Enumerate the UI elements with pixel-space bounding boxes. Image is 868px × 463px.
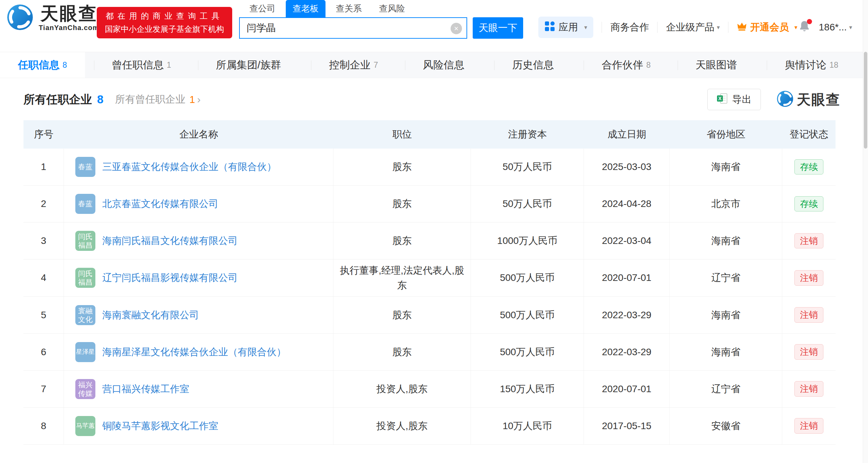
- table-row: 2 春蓝 北京春蓝文化传媒有限公司 股东 50万人民币 2024-04-28 北…: [23, 186, 836, 223]
- anchor-tab[interactable]: 风险信息: [405, 52, 485, 78]
- row-index-cell: 8: [23, 408, 64, 444]
- search-button[interactable]: 天眼一下: [473, 17, 523, 39]
- row-index: 3: [41, 235, 46, 246]
- anchor-tab[interactable]: 天眼图谱: [678, 52, 758, 78]
- anchor-tab[interactable]: 合作伙伴 8: [584, 52, 669, 78]
- row-index: 6: [41, 347, 46, 358]
- chevron-right-icon: ›: [197, 94, 201, 105]
- tianyancha-logo[interactable]: 天眼查 TianYanCha.com: [7, 4, 99, 32]
- anchor-tab[interactable]: 所属集团/族群: [198, 52, 302, 78]
- table-row: 4 闫氏 福昌 辽宁闫氏福昌影视传媒有限公司 执行董事,经理,法定代表人,股东 …: [23, 259, 836, 297]
- company-link[interactable]: 海南星泽星文化传媒合伙企业（有限合伙）: [102, 346, 286, 359]
- logo-subtitle: TianYanCha.com: [39, 24, 99, 32]
- export-button[interactable]: X 导出: [707, 89, 761, 110]
- anchor-tab-label: 天眼图谱: [696, 58, 737, 72]
- caret-down-icon: ▾: [584, 24, 587, 31]
- table-body: 1 春蓝 三亚春蓝文化传媒合伙企业（有限合伙） 股东 50万人民币 2025-0…: [23, 149, 836, 445]
- company-link[interactable]: 海南闫氏福昌文化传媒有限公司: [102, 234, 238, 247]
- anchor-tab-label: 舆情讨论: [785, 58, 826, 72]
- company-link[interactable]: 三亚春蓝文化传媒合伙企业（有限合伙）: [102, 160, 276, 173]
- apps-label: 应用: [559, 21, 578, 34]
- vip-upgrade-button[interactable]: 开通会员 ▾: [737, 21, 798, 34]
- province-cell: 海南省: [670, 297, 782, 333]
- company-link[interactable]: 辽宁闫氏福昌影视传媒有限公司: [102, 271, 238, 284]
- table-header-row: 序号 企业名称 职位 注册资本 成立日期 省份地区 登记状态: [23, 120, 836, 149]
- row-index-cell: 2: [23, 186, 64, 222]
- status-badge: 注销: [794, 418, 823, 434]
- former-companies-link[interactable]: 所有曾任职企业 1 ›: [115, 93, 200, 106]
- status-cell: 存续: [782, 186, 836, 222]
- company-logo: 马芊蕙: [75, 416, 95, 436]
- search-type-tab[interactable]: 查公司: [243, 0, 282, 17]
- establish-date-cell: 2020-07-01: [584, 259, 670, 296]
- search-input[interactable]: [240, 18, 466, 38]
- establish-date-cell: 2020-07-01: [584, 371, 670, 407]
- row-index-cell: 4: [23, 259, 64, 296]
- section-count: 8: [97, 93, 103, 106]
- registered-capital-cell: 10万人民币: [471, 408, 584, 444]
- row-index: 7: [41, 384, 46, 395]
- position-cell: 投资人,股东: [333, 371, 471, 407]
- nav-business-cooperation[interactable]: 商务合作: [610, 21, 649, 34]
- search-box: ×: [239, 17, 467, 39]
- establish-date-cell: 2022-03-29: [584, 297, 670, 333]
- province-cell: 辽宁省: [670, 259, 782, 296]
- position-cell: 股东: [333, 334, 471, 370]
- anchor-tab-count: 18: [829, 60, 838, 70]
- account-menu[interactable]: 186*... ▾: [819, 22, 852, 33]
- anchor-tab[interactable]: 任职信息 8: [0, 52, 85, 78]
- search-type-tabs: 查公司查老板查关系查风险: [243, 2, 523, 17]
- anchor-tab-count: 8: [63, 60, 67, 70]
- scrollbar-thumb[interactable]: [864, 52, 867, 149]
- row-index: 5: [41, 310, 46, 321]
- section-header: 所有任职企业 8 所有曾任职企业 1 › X 导出: [23, 88, 836, 111]
- anchor-tab[interactable]: 历史信息: [494, 52, 575, 78]
- company-link[interactable]: 海南寰融文化有限公司: [102, 309, 199, 322]
- anchor-tab-label: 风险信息: [423, 58, 464, 72]
- search-type-tab[interactable]: 查老板: [286, 0, 326, 17]
- province-cell: 海南省: [670, 223, 782, 259]
- status-cell: 注销: [782, 223, 836, 259]
- section-title: 所有任职企业: [23, 92, 92, 107]
- company-link[interactable]: 北京春蓝文化传媒有限公司: [102, 197, 218, 210]
- establish-date-cell: 2024-04-28: [584, 186, 670, 222]
- anchor-tab-label: 曾任职信息: [112, 58, 164, 72]
- promo-line2: 国家中小企业发展子基金旗下机构: [102, 24, 227, 35]
- company-link[interactable]: 铜陵马芊蕙影视文化工作室: [102, 419, 218, 433]
- notifications-button[interactable]: [799, 20, 810, 35]
- row-index: 1: [41, 161, 46, 172]
- col-header-position: 职位: [333, 128, 471, 141]
- search-type-tab[interactable]: 查风险: [372, 0, 412, 17]
- clear-search-icon[interactable]: ×: [451, 23, 462, 34]
- col-header-province: 省份地区: [670, 128, 782, 141]
- company-logo: 福兴 传媒: [75, 379, 95, 399]
- company-cell: 闫氏 福昌 辽宁闫氏福昌影视传媒有限公司: [64, 259, 333, 296]
- company-link[interactable]: 营口福兴传媒工作室: [102, 382, 189, 396]
- anchor-tab[interactable]: 曾任职信息 1: [94, 52, 189, 78]
- svg-text:X: X: [718, 96, 722, 101]
- row-index: 2: [41, 198, 46, 209]
- status-cell: 注销: [782, 259, 836, 296]
- former-companies-count: 1: [189, 94, 195, 105]
- apps-button[interactable]: 应用 ▾: [538, 17, 594, 38]
- divider: [657, 22, 658, 33]
- promo-line1: 都在用的商业查询工具: [102, 11, 227, 21]
- province-cell: 辽宁省: [670, 371, 782, 407]
- anchor-tab[interactable]: 控制企业 7: [311, 52, 396, 78]
- province-cell: 北京市: [670, 186, 782, 222]
- crown-icon: [737, 21, 747, 34]
- status-badge: 注销: [794, 381, 823, 397]
- search-type-tab[interactable]: 查关系: [329, 0, 369, 17]
- export-label: 导出: [732, 93, 752, 106]
- row-index-cell: 7: [23, 371, 64, 407]
- table-row: 5 寰融 文化 海南寰融文化有限公司 股东 500万人民币 2022-03-29…: [23, 297, 836, 334]
- anchor-tab-count: 8: [646, 60, 651, 70]
- status-cell: 注销: [782, 334, 836, 370]
- company-cell: 福兴 传媒 营口福兴传媒工作室: [64, 371, 333, 407]
- position-cell: 股东: [333, 223, 471, 259]
- nav-enterprise-products[interactable]: 企业级产品 ▾: [666, 21, 720, 34]
- position-cell: 股东: [333, 186, 471, 222]
- anchor-tab[interactable]: 舆情讨论 18: [767, 52, 856, 78]
- status-badge: 注销: [794, 307, 823, 323]
- row-index-cell: 3: [23, 223, 64, 259]
